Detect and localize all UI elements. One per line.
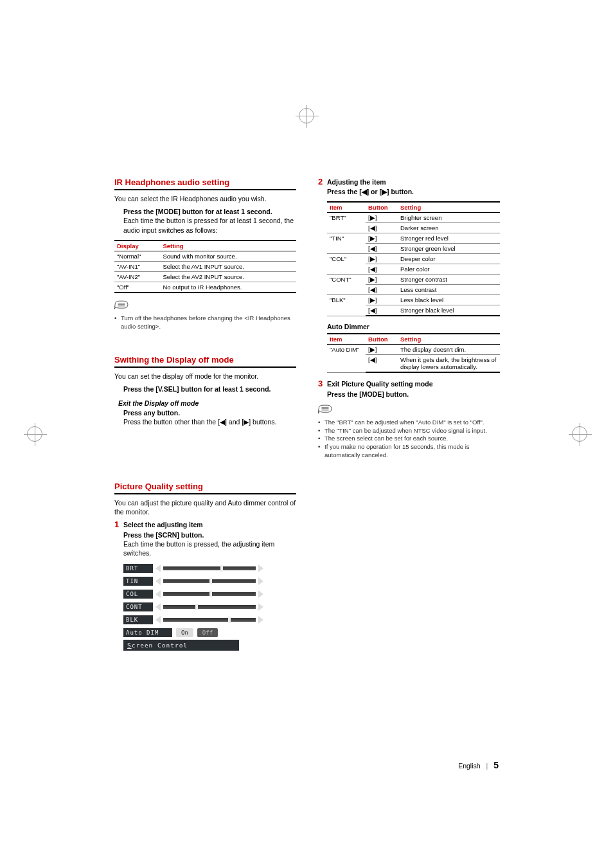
ir-th-setting: Setting: [160, 240, 296, 251]
left-arrow-icon: [155, 616, 161, 624]
left-arrow-icon: ◀: [370, 245, 375, 252]
step-1: 1 Select the adjusting item Press the [S…: [114, 520, 296, 557]
adj-th-button: Button: [366, 202, 398, 213]
switch-intro: You can set the display off mode for the…: [114, 372, 296, 381]
ir-th-display: Display: [114, 240, 160, 251]
step-1-text: Each time the button is pressed, the adj…: [123, 539, 296, 557]
left-column: IR Headphones audio setting You can sele…: [114, 177, 296, 651]
ir-action: Press the [MODE] button for at least 1 s…: [123, 207, 296, 235]
step-2-number: 2: [318, 177, 327, 196]
switch-exit-bold: Press any button.: [123, 408, 296, 417]
ir-rule: [114, 189, 296, 190]
table-row: "Off"No output to IR Headphones.: [114, 282, 296, 293]
note-icon: [114, 300, 129, 310]
step-2-bold: Press the [◀] or [▶] button.: [327, 187, 500, 196]
right-arrow-icon: [258, 577, 263, 585]
adj-th-item: Item: [327, 202, 366, 213]
switch-heading: Swithing the Display off mode: [114, 355, 296, 365]
ad-th-setting: Setting: [398, 334, 500, 345]
autodimmer-heading: Auto Dimmer: [327, 323, 500, 330]
left-arrow-icon: ◀: [370, 286, 375, 293]
ad-th-button: Button: [366, 334, 398, 345]
left-arrow-icon: [155, 577, 161, 585]
table-row: "BRT"[▶]Brighter screen: [327, 213, 500, 223]
right-arrow-icon: ▶: [382, 188, 387, 195]
left-arrow-icon: ◀: [370, 356, 375, 363]
picture-intro: You can adjust the picture quality and A…: [114, 498, 296, 516]
switch-rule: [114, 366, 296, 368]
ir-table: Display Setting "Normal"Sound with monit…: [114, 240, 296, 293]
right-arrow-icon: ▶: [370, 235, 375, 242]
switch-action-bold: Press the [V.SEL] button for at least 1 …: [123, 384, 296, 393]
left-arrow-icon: [155, 565, 161, 572]
switch-exit: Exit the Display off mode Press any butt…: [118, 399, 296, 426]
table-row: "Auto DIM"[▶]The display doesn't dim.: [327, 345, 500, 355]
ir-note: •Turn off the headphones before changing…: [114, 314, 296, 331]
left-arrow-icon: ◀: [220, 418, 225, 426]
step-1-head: Select the adjusting item: [123, 520, 296, 529]
crop-mark-top: [299, 108, 314, 123]
right-arrow-icon: ▶: [370, 214, 375, 221]
table-row: "AV-IN1"Select the AV1 INPUT source.: [114, 261, 296, 271]
note-icon: [318, 404, 332, 414]
crop-mark-left: [27, 426, 42, 442]
page-footer: English | 5: [458, 760, 499, 770]
table-row: "Normal"Sound with monitor source.: [114, 251, 296, 261]
step-3-bold: Press the [MODE] button.: [327, 390, 500, 399]
right-arrow-icon: [258, 565, 263, 572]
step-3-number: 3: [318, 379, 327, 398]
page-number: 5: [493, 760, 499, 770]
step-1-number: 1: [114, 520, 123, 557]
left-arrow-icon: [155, 590, 161, 598]
step-2-head: Adjusting the item: [327, 177, 500, 186]
right-notes: •The "BRT" can be adjusted when "Auto DI…: [318, 419, 500, 460]
osd-title: Screen Control: [123, 640, 239, 651]
ad-th-item: Item: [327, 334, 366, 345]
switch-action: Press the [V.SEL] button for at least 1 …: [123, 384, 296, 393]
right-arrow-icon: [258, 590, 263, 598]
table-row: "TIN"[▶]Stronger red level: [327, 233, 500, 244]
right-arrow-icon: [258, 616, 263, 624]
left-arrow-icon: ◀: [370, 307, 375, 314]
switch-exit-head: Exit the Display off mode: [118, 399, 296, 407]
left-arrow-icon: ◀: [370, 266, 375, 273]
picture-heading: Picture Quality setting: [114, 482, 296, 491]
right-arrow-icon: ▶: [370, 276, 375, 283]
crop-mark-right: [572, 426, 587, 442]
left-arrow-icon: ◀: [370, 224, 375, 231]
ir-action-bold: Press the [MODE] button for at least 1 s…: [123, 207, 296, 216]
ir-action-text: Each time the button is pressed for at l…: [123, 216, 296, 234]
switch-exit-text: Press the button other than the [◀] and …: [123, 418, 276, 426]
left-arrow-icon: ◀: [362, 188, 367, 195]
right-arrow-icon: ▶: [370, 296, 375, 303]
left-arrow-icon: [155, 603, 161, 611]
adj-th-setting: Setting: [398, 202, 500, 213]
ir-heading: IR Headphones audio setting: [114, 177, 296, 187]
step-3-head: Exit Picture Quality setting mode: [327, 379, 500, 388]
right-arrow-icon: [258, 603, 263, 611]
osd-screenshot: BRT TIN COL CONT BLK Auto DIMOnOff Scree…: [123, 563, 265, 651]
footer-lang: English: [458, 762, 480, 770]
step-3: 3 Exit Picture Quality setting mode Pres…: [318, 379, 500, 398]
right-arrow-icon: ▶: [370, 346, 375, 353]
ir-intro: You can select the IR Headphones audio y…: [114, 194, 296, 203]
step-2: 2 Adjusting the item Press the [◀] or [▶…: [318, 177, 500, 196]
right-arrow-icon: ▶: [370, 255, 375, 262]
right-column: 2 Adjusting the item Press the [◀] or [▶…: [318, 177, 500, 651]
table-row: "BLK"[▶]Less black level: [327, 295, 500, 305]
picture-rule: [114, 493, 296, 494]
autodimmer-table: Item Button Setting "Auto DIM"[▶]The dis…: [327, 333, 500, 373]
table-row: "CONT"[▶]Stronger contrast: [327, 275, 500, 285]
adjust-table: Item Button Setting "BRT"[▶]Brighter scr…: [327, 201, 500, 316]
table-row: "COL"[▶]Deeper color: [327, 254, 500, 264]
table-row: "AV-IN2"Select the AV2 INPUT source.: [114, 271, 296, 282]
step-1-bold: Press the [SCRN] button.: [123, 530, 296, 539]
